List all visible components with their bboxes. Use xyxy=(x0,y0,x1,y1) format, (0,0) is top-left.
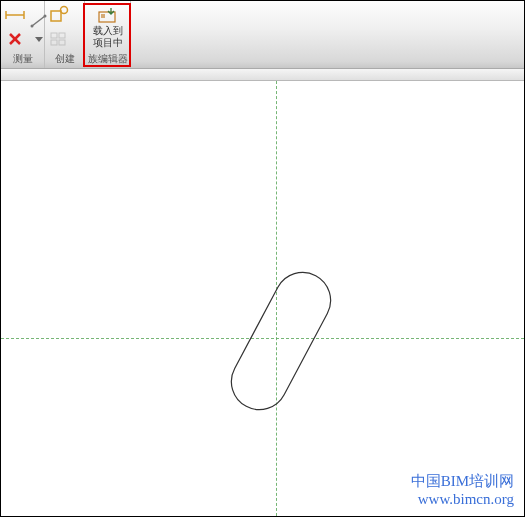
drawing-canvas[interactable]: 中国BIM培训网 www.bimcn.org xyxy=(1,81,524,516)
capsule-shape xyxy=(181,231,381,451)
group-label-measure: 测量 xyxy=(4,51,41,68)
panel-divider xyxy=(1,69,524,81)
watermark-line2: www.bimcn.org xyxy=(411,490,514,508)
create-geometry-icon[interactable] xyxy=(48,4,70,26)
svg-rect-8 xyxy=(51,11,61,21)
group-label-create: 创建 xyxy=(48,51,81,68)
dimension-icon[interactable] xyxy=(4,4,26,26)
ribbon-group-create: 创建 xyxy=(45,1,85,68)
load-into-project-button[interactable]: 载入到 项目中 xyxy=(89,4,127,50)
svg-point-6 xyxy=(31,25,34,28)
load-button-line2: 项目中 xyxy=(93,37,123,48)
svg-rect-12 xyxy=(51,40,57,45)
ribbon-group-measure: 测量 xyxy=(1,1,45,68)
create-grid-icon[interactable] xyxy=(48,28,70,50)
delete-icon[interactable] xyxy=(4,28,26,50)
watermark-line1: 中国BIM培训网 xyxy=(411,472,514,490)
group-label-family-editor: 族编辑器 xyxy=(88,51,127,68)
load-button-line1: 载入到 xyxy=(93,25,123,36)
svg-rect-13 xyxy=(59,40,65,45)
svg-rect-16 xyxy=(222,263,341,420)
ribbon-toolbar: 测量 创 xyxy=(1,1,524,69)
svg-rect-10 xyxy=(51,33,57,38)
svg-rect-15 xyxy=(101,14,105,18)
load-project-icon xyxy=(97,6,119,24)
watermark: 中国BIM培训网 www.bimcn.org xyxy=(411,472,514,508)
svg-line-5 xyxy=(32,16,45,26)
ribbon-group-family-editor: 载入到 项目中 族编辑器 xyxy=(85,1,131,68)
svg-point-9 xyxy=(61,7,68,14)
svg-rect-11 xyxy=(59,33,65,38)
